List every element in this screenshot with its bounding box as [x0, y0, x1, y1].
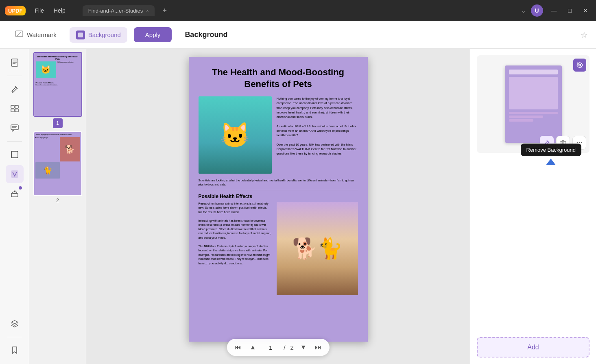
- menu-bar: File Help: [31, 6, 69, 15]
- sidebar-item-bookmark[interactable]: [6, 341, 24, 359]
- tooltip-wrapper: Remove Background: [521, 144, 581, 165]
- background-card: [505, 65, 562, 143]
- sidebar-item-organize[interactable]: [6, 100, 24, 118]
- close-button[interactable]: ✕: [580, 6, 591, 15]
- watermark-label: Watermark: [27, 31, 57, 38]
- pdf-dog-image: 🐕🐈: [277, 202, 358, 295]
- background-label: Background: [88, 31, 121, 38]
- tab-close-button[interactable]: ×: [146, 8, 148, 13]
- minimize-button[interactable]: —: [548, 6, 560, 15]
- background-preview-area: Remove Background: [477, 55, 589, 153]
- apply-button[interactable]: Apply: [134, 27, 172, 42]
- pdf-bottom-section: Research on human-animal interactions is…: [199, 202, 358, 295]
- pdf-cat-image: 🐱: [199, 96, 272, 174]
- svg-rect-3: [11, 59, 18, 66]
- svg-rect-11: [11, 109, 14, 112]
- svg-rect-9: [11, 105, 14, 108]
- thumb-content-2: ...animals helping people research conti…: [34, 132, 81, 195]
- sidebar-separator-2: [7, 141, 22, 142]
- pdf-divider: [199, 190, 358, 190]
- pdf-caption: Scientists are looking at what the poten…: [199, 179, 358, 187]
- svg-point-31: [579, 142, 580, 144]
- sidebar-item-crop[interactable]: [6, 146, 24, 163]
- sidebar-item-background[interactable]: [6, 165, 24, 183]
- pdf-title: The Health and Mood-BoostingBenefits of …: [199, 67, 358, 90]
- notification-badge: [19, 186, 22, 190]
- favorite-star-icon[interactable]: ☆: [581, 30, 588, 40]
- sidebar-separator-1: [7, 76, 22, 76]
- first-page-button[interactable]: ⏮: [233, 342, 243, 353]
- svg-rect-21: [13, 192, 17, 194]
- sidebar-item-gift[interactable]: [6, 185, 24, 203]
- right-panel-spacer: [477, 158, 589, 337]
- card-line-3: [509, 119, 533, 122]
- sidebar-item-reader[interactable]: [6, 54, 24, 72]
- svg-rect-2: [78, 33, 83, 37]
- arrow-up-icon: [546, 159, 556, 165]
- tooltip-arrow-up: [521, 159, 581, 165]
- title-bar: UPDF File Help Find-and-A...er-Studies ×…: [0, 0, 596, 21]
- thumb-cat-image: 🐱: [36, 61, 56, 78]
- maximize-button[interactable]: □: [565, 6, 575, 15]
- page-navigation: ⏮ ▲ / 2 ▼ ⏭: [227, 339, 329, 356]
- sidebar-item-edit[interactable]: [6, 80, 24, 98]
- panel-title: Background: [185, 31, 574, 39]
- user-avatar[interactable]: U: [531, 4, 543, 17]
- pdf-section-body: Research on human-animal interactions is…: [199, 202, 272, 295]
- pdf-top-section: 🐱 Nothing compares to the joy of coming …: [199, 96, 358, 174]
- total-pages: 2: [290, 344, 293, 351]
- add-background-button[interactable]: Add: [477, 337, 589, 357]
- svg-point-30: [577, 142, 578, 144]
- thumb-page-number-1: 1: [53, 118, 63, 128]
- dropdown-chevron-icon[interactable]: ⌄: [521, 7, 526, 14]
- menu-help[interactable]: Help: [50, 6, 70, 15]
- svg-rect-13: [11, 125, 18, 130]
- content-area: The Health and Mood-BoostingBenefits of …: [86, 49, 470, 364]
- next-page-button[interactable]: ▼: [299, 342, 308, 353]
- window-actions: ⌄ U — □ ✕: [521, 4, 591, 17]
- pdf-page: The Health and Mood-BoostingBenefits of …: [189, 57, 368, 342]
- tab-label: Find-and-A...er-Studies: [88, 8, 143, 14]
- svg-rect-10: [15, 105, 18, 108]
- card-line-2: [509, 116, 543, 118]
- watermark-icon: [15, 29, 24, 40]
- menu-file[interactable]: File: [31, 6, 48, 15]
- main-area: The Health and Mood-Boosting Benefits of…: [0, 49, 596, 364]
- sidebar-separator-3: [7, 337, 22, 337]
- thumbnail-image-2: ...animals helping people research conti…: [33, 131, 82, 196]
- page-separator: /: [284, 344, 285, 351]
- card-title-bar: [509, 70, 558, 74]
- new-tab-button[interactable]: +: [163, 7, 167, 15]
- background-tool[interactable]: Background: [70, 27, 127, 43]
- thumb-page-number-2: 2: [56, 198, 59, 203]
- left-sidebar: [0, 49, 29, 364]
- active-tab[interactable]: Find-and-A...er-Studies ×: [83, 5, 155, 16]
- watermark-tool[interactable]: Watermark: [8, 26, 63, 44]
- background-icon: [76, 31, 85, 39]
- tooltip-box: Remove Background: [521, 144, 581, 156]
- card-body-area: [509, 77, 558, 109]
- current-page-input[interactable]: [262, 344, 279, 351]
- thumbnail-image-1: The Health and Mood-Boosting Benefits of…: [33, 52, 82, 117]
- thumbnail-panel: The Health and Mood-Boosting Benefits of…: [29, 49, 86, 364]
- pdf-body-text: Nothing compares to the joy of coming ho…: [277, 96, 358, 174]
- updf-logo: UPDF: [5, 6, 26, 15]
- hide-background-button[interactable]: [573, 59, 586, 72]
- thumbnail-page-2[interactable]: ...animals helping people research conti…: [33, 131, 83, 203]
- sidebar-item-layers[interactable]: [6, 315, 24, 333]
- thumb-content-1: The Health and Mood-Boosting Benefits of…: [34, 53, 81, 116]
- thumbnail-page-1[interactable]: The Health and Mood-Boosting Benefits of…: [33, 52, 83, 128]
- svg-rect-16: [11, 151, 18, 158]
- prev-page-button[interactable]: ▲: [248, 342, 258, 353]
- pdf-section-title: Possible Health Effects: [199, 194, 358, 199]
- thumb-title-1: The Health and Mood-Boosting Benefits of…: [34, 53, 81, 61]
- last-page-button[interactable]: ⏭: [313, 342, 323, 353]
- toolbar: Watermark Background Apply Background ☆: [0, 21, 596, 49]
- svg-line-1: [17, 32, 21, 36]
- sidebar-item-comment[interactable]: [6, 119, 24, 137]
- svg-point-32: [581, 142, 582, 144]
- right-panel: Remove Background Add: [470, 49, 596, 364]
- card-line-1: [509, 112, 558, 114]
- svg-rect-12: [15, 109, 18, 112]
